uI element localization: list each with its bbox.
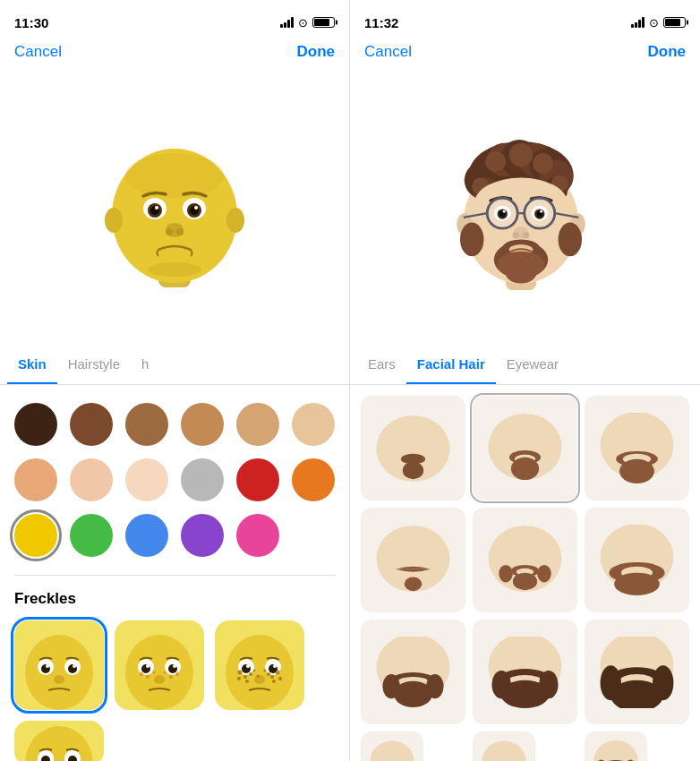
tab-facial-hair[interactable]: Facial Hair — [406, 346, 496, 384]
color-swatch-6[interactable] — [292, 403, 335, 446]
left-done-button[interactable]: Done — [296, 43, 335, 61]
facial-hair-option-5[interactable] — [473, 508, 577, 612]
freckle-option-extra[interactable] — [14, 721, 104, 761]
tab-eyewear[interactable]: Eyewear — [496, 346, 569, 384]
right-cancel-button[interactable]: Cancel — [364, 43, 412, 61]
left-cancel-button[interactable]: Cancel — [14, 43, 62, 61]
svg-point-149 — [382, 673, 400, 697]
svg-point-137 — [499, 564, 513, 582]
svg-point-39 — [153, 671, 156, 674]
svg-point-37 — [175, 672, 179, 676]
facial-hair-option-1[interactable] — [361, 396, 465, 500]
facial-hair-option-8[interactable] — [473, 620, 577, 724]
left-tab-nav: Skin Hairstyle h — [0, 346, 349, 385]
svg-point-42 — [226, 635, 294, 710]
svg-point-156 — [491, 671, 510, 698]
facial-hair-option-7[interactable] — [361, 620, 465, 724]
svg-point-4 — [125, 153, 224, 198]
svg-point-157 — [539, 671, 558, 698]
svg-point-24 — [73, 664, 76, 668]
facial-hair-option-9[interactable] — [585, 620, 689, 724]
color-swatch-7[interactable] — [14, 458, 57, 501]
facial-hair-option-6[interactable] — [585, 508, 689, 612]
facial-hair-option-10[interactable] — [361, 731, 423, 761]
color-swatch-4[interactable] — [181, 403, 224, 446]
svg-point-131 — [405, 577, 423, 591]
right-wifi-icon: ⊙ — [649, 16, 659, 30]
svg-point-112 — [506, 263, 536, 284]
color-swatch-12[interactable] — [292, 458, 335, 501]
bearded-face-svg — [445, 117, 597, 314]
tab-h-short[interactable]: h — [131, 346, 159, 384]
right-tab-nav: Ears Facial Hair Eyewear — [350, 346, 700, 385]
svg-point-48 — [273, 664, 277, 668]
left-avatar-area — [0, 68, 349, 346]
svg-point-123 — [511, 457, 539, 479]
tab-hairstyle[interactable]: Hairstyle — [57, 346, 131, 384]
right-content-area — [350, 385, 700, 761]
right-signal-icon — [631, 17, 645, 28]
color-swatch-14[interactable] — [70, 514, 113, 557]
left-content-area: Freckles — [0, 385, 349, 761]
tab-ears[interactable]: Ears — [357, 346, 406, 384]
svg-point-58 — [267, 672, 270, 676]
svg-point-104 — [540, 210, 542, 213]
svg-point-15 — [176, 228, 184, 235]
battery-icon — [312, 17, 335, 28]
svg-point-18 — [25, 635, 93, 710]
svg-point-11 — [155, 206, 158, 209]
facial-hair-option-3[interactable] — [585, 396, 689, 500]
tab-skin[interactable]: Skin — [7, 346, 57, 384]
color-swatch-5[interactable] — [236, 403, 279, 446]
right-avatar-area — [350, 68, 700, 346]
svg-point-53 — [237, 677, 241, 680]
svg-point-49 — [254, 675, 265, 684]
svg-point-56 — [270, 675, 274, 679]
svg-point-163 — [601, 665, 621, 700]
svg-point-60 — [253, 670, 256, 672]
svg-point-27 — [125, 635, 193, 710]
color-swatch-10[interactable] — [181, 458, 224, 501]
color-swatch-17[interactable] — [236, 514, 279, 557]
color-swatch-1[interactable] — [14, 403, 57, 446]
svg-point-14 — [166, 228, 173, 235]
color-swatch-3[interactable] — [125, 403, 168, 446]
freckle-option-none[interactable] — [14, 620, 104, 710]
color-swatch-13[interactable] — [14, 514, 57, 557]
right-panel: 11:32 ⊙ Cancel Done — [350, 0, 700, 761]
screen-wrapper: 11:30 ⊙ Cancel Done — [0, 0, 700, 761]
color-swatch-11[interactable] — [236, 458, 279, 501]
right-done-button[interactable]: Done — [647, 43, 686, 61]
facial-hair-option-12[interactable] — [585, 731, 647, 761]
svg-point-143 — [614, 572, 660, 594]
right-avatar-face — [445, 117, 606, 296]
right-status-bar: 11:32 ⊙ — [350, 0, 700, 39]
svg-point-59 — [272, 680, 276, 683]
facial-hair-option-4[interactable] — [361, 508, 465, 612]
color-swatch-9[interactable] — [125, 458, 168, 501]
color-swatch-16[interactable] — [181, 514, 224, 557]
svg-point-87 — [485, 151, 506, 172]
facial-hair-option-2[interactable] — [473, 396, 577, 500]
svg-point-61 — [264, 670, 267, 672]
svg-point-3 — [226, 208, 244, 233]
svg-point-51 — [243, 675, 247, 679]
svg-point-88 — [508, 143, 532, 167]
svg-point-33 — [173, 664, 176, 668]
svg-point-57 — [278, 677, 282, 680]
freckle-option-light[interactable] — [115, 620, 204, 710]
freckle-option-heavy[interactable] — [215, 620, 304, 710]
color-swatch-8[interactable] — [70, 458, 113, 501]
color-swatch-15[interactable] — [125, 514, 168, 557]
svg-point-35 — [140, 672, 143, 676]
svg-point-136 — [513, 572, 537, 590]
facial-hair-option-11[interactable] — [473, 731, 535, 761]
svg-point-12 — [194, 206, 198, 209]
svg-point-38 — [169, 675, 173, 679]
left-nav-bar: Cancel Done — [0, 39, 349, 68]
svg-point-40 — [164, 671, 166, 674]
svg-point-47 — [246, 664, 250, 668]
left-time: 11:30 — [14, 15, 48, 30]
color-swatch-2[interactable] — [70, 403, 113, 446]
svg-point-50 — [238, 671, 243, 675]
